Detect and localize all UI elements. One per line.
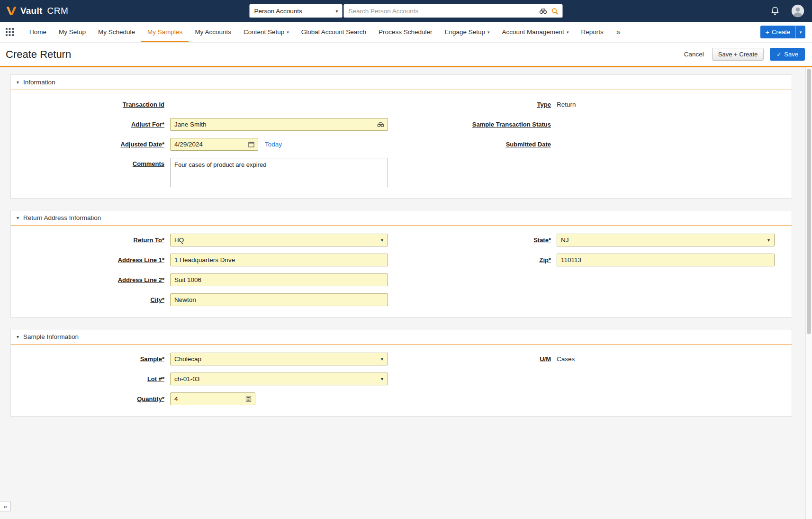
lot-row: Lot #* ch-01-03 ▾ — [11, 373, 401, 385]
adjust-for-input[interactable] — [171, 121, 377, 128]
address-left-column: Return To* HQ ▾ Address Line 1* Addre — [11, 234, 401, 313]
type-label: Type — [401, 101, 551, 108]
user-avatar[interactable] — [791, 4, 804, 18]
section-information-header[interactable]: ▾ Information — [11, 75, 792, 90]
state-value: NJ — [557, 237, 569, 244]
nav-tab-content-setup[interactable]: Content Setup ▾ — [237, 22, 295, 42]
section-collapse-icon[interactable]: ▾ — [17, 80, 19, 85]
search-input[interactable] — [345, 8, 535, 15]
check-icon: ✓ — [776, 51, 781, 58]
nav-tab-my-schedule[interactable]: My Schedule — [92, 22, 141, 42]
caret-down-icon: ▾ — [381, 237, 383, 243]
form-content: ▾ Information Transaction Id Adjust For* — [0, 67, 812, 519]
create-button-label: Create — [772, 28, 790, 36]
type-value: Return — [557, 101, 576, 108]
vault-v-icon — [6, 6, 17, 16]
nav-tab-reports[interactable]: Reports — [575, 22, 609, 42]
create-split-button: + Create ▾ — [760, 26, 805, 38]
section-title: Information — [23, 79, 55, 86]
save-button[interactable]: ✓ Save — [770, 48, 805, 61]
address-line1-input[interactable] — [171, 256, 388, 264]
address-line1-label: Address Line 1* — [11, 256, 164, 264]
vertical-scrollbar-track[interactable] — [805, 67, 812, 519]
create-button-wrap: + Create ▾ — [760, 22, 805, 42]
today-link[interactable]: Today — [265, 141, 282, 148]
zip-label: Zip* — [401, 256, 551, 264]
caret-down-icon: ▾ — [287, 30, 289, 35]
section-collapse-icon[interactable]: ▾ — [17, 334, 19, 339]
adjusted-date-label: Adjusted Date* — [11, 141, 164, 148]
save-create-button[interactable]: Save + Create — [712, 48, 764, 61]
section-return-address-header[interactable]: ▾ Return Address Information — [11, 210, 792, 226]
city-input[interactable] — [171, 296, 388, 303]
sample-left-column: Sample* Cholecap ▾ Lot #* ch-01-03 ▾ — [11, 353, 401, 412]
section-collapse-icon[interactable]: ▾ — [17, 215, 19, 220]
caret-down-icon: ▾ — [567, 30, 569, 35]
nav-tab-my-accounts[interactable]: My Accounts — [189, 22, 237, 42]
brand-logo[interactable]: Vault CRM — [6, 6, 68, 16]
section-title: Sample Information — [23, 333, 79, 340]
zip-row: Zip* — [401, 254, 792, 266]
sample-select[interactable]: Cholecap ▾ — [170, 353, 388, 365]
return-to-value: HQ — [171, 237, 184, 244]
nav-tab-engage-setup[interactable]: Engage Setup ▾ — [438, 22, 496, 42]
address-line2-fieldbox — [170, 273, 388, 286]
nav-tab-home[interactable]: Home — [23, 22, 53, 42]
calculator-icon[interactable] — [245, 396, 252, 402]
city-fieldbox — [170, 293, 388, 306]
section-sample-information-header[interactable]: ▾ Sample Information — [11, 329, 792, 345]
transaction-id-row: Transaction Id — [11, 98, 401, 111]
sidebar-expander-button[interactable]: » — [0, 501, 11, 511]
um-row: U/M Cases — [401, 353, 792, 365]
section-title: Return Address Information — [23, 214, 101, 221]
info-right-column: Type Return Sample Transaction Status Su… — [401, 98, 792, 194]
binoculars-icon[interactable] — [540, 8, 547, 14]
address-line2-label: Address Line 2* — [11, 276, 164, 283]
address-line2-input[interactable] — [171, 276, 388, 283]
nav-tab-my-setup[interactable]: My Setup — [53, 22, 92, 42]
cancel-button[interactable]: Cancel — [684, 51, 704, 58]
search-scope-select[interactable]: Person Accounts ▾ — [250, 4, 343, 18]
adjust-for-fieldbox — [170, 118, 388, 131]
nav-overflow-chevron-icon[interactable]: » — [610, 22, 627, 42]
create-dropdown-caret-icon[interactable]: ▾ — [795, 26, 805, 38]
caret-down-icon: ▾ — [335, 9, 338, 14]
page-title: Create Return — [6, 48, 684, 61]
adjusted-date-row: Adjusted Date* — [11, 138, 401, 151]
sample-transaction-status-row: Sample Transaction Status — [401, 118, 792, 131]
lot-value: ch-01-03 — [171, 375, 199, 382]
caret-down-icon: ▾ — [767, 237, 770, 243]
return-to-select[interactable]: HQ ▾ — [170, 234, 388, 246]
zip-input[interactable] — [557, 256, 774, 264]
search-icon[interactable] — [551, 8, 559, 15]
binoculars-icon[interactable] — [377, 122, 384, 127]
caret-down-icon: ▾ — [381, 376, 383, 382]
save-button-label: Save — [784, 51, 798, 58]
quantity-input[interactable] — [171, 395, 245, 402]
sample-value: Cholecap — [171, 355, 201, 363]
adjusted-date-input[interactable] — [171, 141, 248, 148]
submitted-date-row: Submitted Date — [401, 138, 792, 151]
create-button[interactable]: + Create — [760, 26, 795, 38]
nav-tab-my-samples[interactable]: My Samples — [141, 22, 189, 42]
nav-tab-process-scheduler[interactable]: Process Scheduler — [372, 22, 438, 42]
notifications-bell-icon[interactable] — [770, 6, 780, 16]
city-label: City* — [11, 296, 164, 303]
info-left-column: Transaction Id Adjust For* — [11, 98, 401, 194]
state-row: State* NJ ▾ — [401, 234, 792, 246]
nav-tab-account-management[interactable]: Account Management ▾ — [496, 22, 575, 42]
calendar-icon[interactable] — [248, 141, 254, 147]
app-launcher-icon[interactable] — [6, 22, 14, 42]
caret-down-icon: ▾ — [381, 356, 383, 362]
um-label: U/M — [401, 355, 551, 363]
transaction-id-label: Transaction Id — [11, 101, 164, 108]
comments-textarea[interactable]: Four cases of product are expired — [170, 158, 388, 187]
state-label: State* — [401, 237, 551, 244]
vertical-scrollbar-thumb[interactable] — [807, 69, 811, 334]
lot-select[interactable]: ch-01-03 ▾ — [170, 373, 388, 385]
sample-right-column: U/M Cases — [401, 353, 792, 412]
quantity-label: Quantity* — [11, 395, 164, 402]
quantity-row: Quantity* — [11, 392, 401, 405]
state-select[interactable]: NJ ▾ — [557, 234, 775, 246]
nav-tab-global-account-search[interactable]: Global Account Search — [295, 22, 372, 42]
